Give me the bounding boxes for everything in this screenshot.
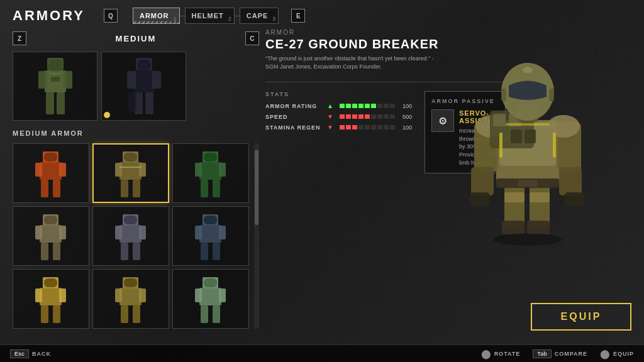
- bar-seg-e12: [384, 125, 389, 129]
- svg-rect-19: [35, 163, 42, 177]
- svg-rect-55: [195, 226, 202, 239]
- svg-rect-94: [559, 167, 582, 195]
- bar-seg-r8: [352, 125, 357, 129]
- svg-rect-75: [199, 288, 221, 305]
- bar-seg-e5: [377, 114, 382, 119]
- back-hint: Esc BACK: [10, 349, 51, 358]
- top-items-row: Z MEDIUM C: [13, 29, 259, 48]
- svg-rect-6: [48, 60, 62, 71]
- bar-seg-g5: [365, 104, 370, 108]
- svg-point-103: [523, 67, 533, 73]
- svg-rect-26: [115, 163, 122, 177]
- svg-rect-69: [115, 288, 122, 302]
- svg-rect-80: [204, 278, 217, 287]
- bar-seg-g1: [340, 104, 345, 108]
- svg-point-113: [493, 233, 562, 246]
- svg-rect-37: [213, 180, 220, 197]
- svg-rect-14: [145, 92, 153, 114]
- svg-rect-34: [195, 163, 202, 177]
- svg-rect-3: [64, 71, 72, 89]
- bar-seg-r1: [340, 114, 345, 119]
- svg-rect-23: [44, 153, 57, 162]
- armory-title: ARMORY: [13, 8, 85, 24]
- grid-armor-2: [113, 148, 148, 199]
- scroll-area[interactable]: [254, 143, 259, 329]
- bar-seg-r2: [346, 114, 351, 119]
- compare-label: COMPARE: [555, 351, 587, 357]
- grid-item-7[interactable]: [13, 269, 89, 329]
- grid-item-9[interactable]: [172, 269, 249, 329]
- bar-seg-e13: [390, 125, 395, 129]
- featured-item-2[interactable]: [101, 52, 186, 121]
- bar-seg-g4: [358, 104, 364, 108]
- bar-seg-e4: [371, 114, 376, 119]
- svg-rect-78: [201, 305, 208, 323]
- category-label: MEDIUM: [30, 34, 242, 43]
- svg-rect-92: [471, 167, 494, 195]
- bar-seg-g2: [346, 104, 351, 108]
- svg-rect-112: [564, 192, 584, 206]
- grid-item-5[interactable]: [92, 206, 169, 266]
- svg-rect-15: [137, 60, 151, 71]
- featured-item-1[interactable]: [13, 52, 97, 121]
- svg-rect-106: [499, 133, 502, 158]
- grid-item-6[interactable]: [172, 206, 249, 266]
- stat-armor-rating-arrow: ▲: [327, 102, 335, 109]
- grid-item-2[interactable]: [92, 143, 169, 203]
- tab-cape-num: 3: [272, 16, 275, 22]
- svg-rect-61: [40, 288, 62, 305]
- back-label: BACK: [32, 351, 51, 357]
- svg-rect-21: [41, 180, 48, 197]
- svg-rect-90: [518, 180, 537, 187]
- stat-stamina-label: STAMINA REGEN: [265, 124, 322, 131]
- bar-seg-r4: [358, 114, 364, 119]
- tab-divider-2: [235, 16, 240, 16]
- svg-rect-28: [121, 180, 128, 197]
- svg-rect-27: [139, 163, 146, 177]
- stat-stamina-arrow: ▼: [327, 124, 335, 131]
- svg-rect-51: [133, 243, 140, 260]
- equip-button-label: EQUIP: [561, 311, 602, 322]
- svg-rect-59: [204, 216, 217, 224]
- grid-item-8[interactable]: [92, 269, 169, 329]
- grid-item-3[interactable]: [172, 143, 249, 203]
- armor-silhouette-2: [122, 55, 166, 118]
- bar-seg-r3: [352, 114, 357, 119]
- svg-rect-65: [53, 305, 60, 323]
- svg-rect-18: [40, 162, 62, 180]
- stat-stamina-bar: [340, 125, 395, 129]
- bar-seg-g3: [352, 104, 357, 108]
- grid-armor-9: [193, 274, 228, 324]
- svg-rect-35: [219, 163, 226, 177]
- character-display: [430, 23, 631, 261]
- tabs-container: ARMOR 1 HELMET 2 CAPE 3: [133, 8, 279, 24]
- equip-button[interactable]: EQUIP: [531, 303, 631, 331]
- header: ARMORY Q ARMOR 1 HELMET 2 CAPE 3 E: [0, 0, 644, 24]
- svg-rect-33: [199, 162, 221, 180]
- svg-rect-108: [506, 123, 550, 126]
- right-panel: ARMOR CE-27 GROUND BREAKER "The ground i…: [265, 29, 631, 343]
- bar-seg-r5: [365, 114, 370, 119]
- svg-rect-11: [127, 71, 136, 89]
- svg-rect-76: [195, 288, 202, 302]
- stat-armor-rating-value: 100: [402, 103, 412, 109]
- bar-seg-r6: [340, 125, 345, 129]
- tab-cape[interactable]: CAPE 3: [240, 8, 279, 24]
- stats-col-left: STATS ARMOR RATING ▲: [265, 91, 412, 173]
- svg-rect-22: [53, 180, 60, 197]
- svg-rect-104: [501, 89, 506, 101]
- c-key: C: [245, 31, 259, 45]
- svg-rect-49: [139, 226, 146, 239]
- svg-rect-5: [57, 92, 65, 114]
- tab-armor[interactable]: ARMOR 1: [133, 8, 180, 24]
- svg-rect-4: [46, 92, 54, 114]
- grid-item-1[interactable]: [13, 143, 89, 203]
- bar-seg-e2: [384, 104, 389, 108]
- grid-item-4[interactable]: [13, 206, 89, 266]
- bar-seg-e10: [371, 125, 376, 129]
- tab-helmet[interactable]: HELMET 2: [185, 8, 235, 24]
- svg-rect-25: [119, 162, 142, 180]
- svg-rect-20: [59, 163, 66, 177]
- grid-scroll-container: [13, 143, 259, 329]
- main-container: ARMORY Q ARMOR 1 HELMET 2 CAPE 3 E: [0, 0, 644, 362]
